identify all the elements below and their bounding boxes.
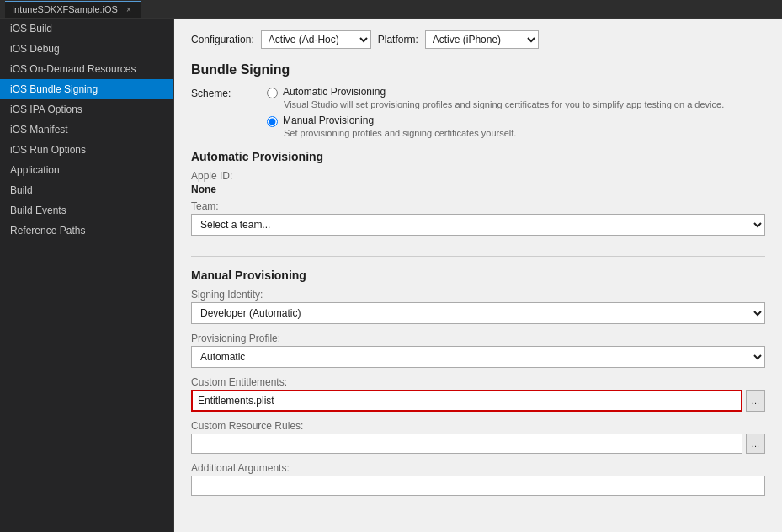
custom-entitlements-row: ... [191, 390, 765, 412]
platform-select[interactable]: Active (iPhone)iPhoneiPhoneSimulator [425, 30, 539, 49]
sidebar-item-application[interactable]: Application [0, 160, 173, 180]
scheme-label: Scheme: [191, 86, 267, 99]
scheme-row: Scheme: Automatic Provisioning Visual St… [191, 86, 765, 138]
title-tab[interactable]: IntuneSDKXFSample.iOS × [5, 1, 141, 18]
scheme-options: Automatic Provisioning Visual Studio wil… [267, 86, 765, 138]
sidebar-item-ios-on-demand[interactable]: iOS On-Demand Resources [0, 59, 173, 79]
additional-arguments-row [191, 476, 765, 496]
manual-provisioning-section: Manual Provisioning Signing Identity: De… [191, 269, 765, 496]
sidebar-item-ios-bundle-signing[interactable]: iOS Bundle Signing [0, 79, 173, 99]
manual-provisioning-option: Manual Provisioning Set provisioning pro… [267, 114, 765, 138]
bundle-signing-title: Bundle Signing [191, 62, 765, 77]
custom-entitlements-browse[interactable]: ... [746, 390, 765, 412]
additional-arguments-input[interactable] [191, 476, 765, 496]
sidebar-item-ios-build[interactable]: iOS Build [0, 19, 173, 39]
sidebar-item-build-events[interactable]: Build Events [0, 200, 173, 221]
close-tab-button[interactable]: × [123, 3, 135, 15]
auto-prov-desc: Visual Studio will set provisioning prof… [284, 99, 765, 109]
custom-entitlements-input[interactable] [191, 390, 742, 412]
auto-provisioning-option: Automatic Provisioning Visual Studio wil… [267, 86, 765, 109]
additional-arguments-label: Additional Arguments: [191, 462, 765, 474]
sidebar-item-build[interactable]: Build [0, 180, 173, 200]
provisioning-profile-label: Provisioning Profile: [191, 332, 765, 344]
automatic-provisioning-section: Automatic Provisioning Apple ID: None Te… [191, 150, 765, 244]
auto-prov-label: Automatic Provisioning [283, 86, 386, 98]
custom-resource-rules-browse[interactable]: ... [746, 434, 765, 454]
team-label: Team: [191, 200, 765, 212]
configuration-select[interactable]: Active (Ad-Hoc)DebugRelease [261, 30, 371, 49]
custom-resource-rules-input[interactable] [191, 434, 742, 454]
main-layout: iOS BuildiOS DebugiOS On-Demand Resource… [0, 19, 782, 532]
custom-resource-rules-row: ... [191, 434, 765, 454]
sidebar-item-ios-manifest[interactable]: iOS Manifest [0, 120, 173, 140]
manual-prov-section-title: Manual Provisioning [191, 269, 765, 282]
platform-label: Platform: [378, 34, 418, 45]
apple-id-value: None [191, 184, 765, 195]
auto-prov-section-title: Automatic Provisioning [191, 150, 765, 163]
sidebar-item-reference-paths[interactable]: Reference Paths [0, 221, 173, 241]
sidebar-item-ios-debug[interactable]: iOS Debug [0, 39, 173, 59]
custom-resource-rules-label: Custom Resource Rules: [191, 420, 765, 432]
signing-identity-label: Signing Identity: [191, 289, 765, 301]
tab-label: IntuneSDKXFSample.iOS [12, 4, 118, 14]
manual-prov-desc: Set provisioning profiles and signing ce… [284, 128, 765, 138]
custom-entitlements-label: Custom Entitlements: [191, 376, 765, 388]
signing-identity-select[interactable]: Developer (Automatic) [191, 302, 765, 324]
team-select[interactable]: Select a team... [191, 214, 765, 236]
manual-provisioning-radio[interactable] [267, 116, 278, 127]
sidebar: iOS BuildiOS DebugiOS On-Demand Resource… [0, 19, 174, 532]
title-bar: IntuneSDKXFSample.iOS × [0, 0, 782, 19]
manual-prov-label: Manual Provisioning [283, 114, 374, 126]
apple-id-label: Apple ID: [191, 170, 765, 182]
config-bar: Configuration: Active (Ad-Hoc)DebugRelea… [191, 30, 765, 49]
content-area: Configuration: Active (Ad-Hoc)DebugRelea… [174, 19, 782, 532]
sidebar-item-ios-run-options[interactable]: iOS Run Options [0, 140, 173, 160]
sidebar-item-ios-ipa-options[interactable]: iOS IPA Options [0, 99, 173, 120]
auto-provisioning-radio[interactable] [267, 88, 278, 98]
divider [191, 256, 765, 257]
config-label: Configuration: [191, 34, 254, 45]
provisioning-profile-select[interactable]: Automatic [191, 346, 765, 368]
